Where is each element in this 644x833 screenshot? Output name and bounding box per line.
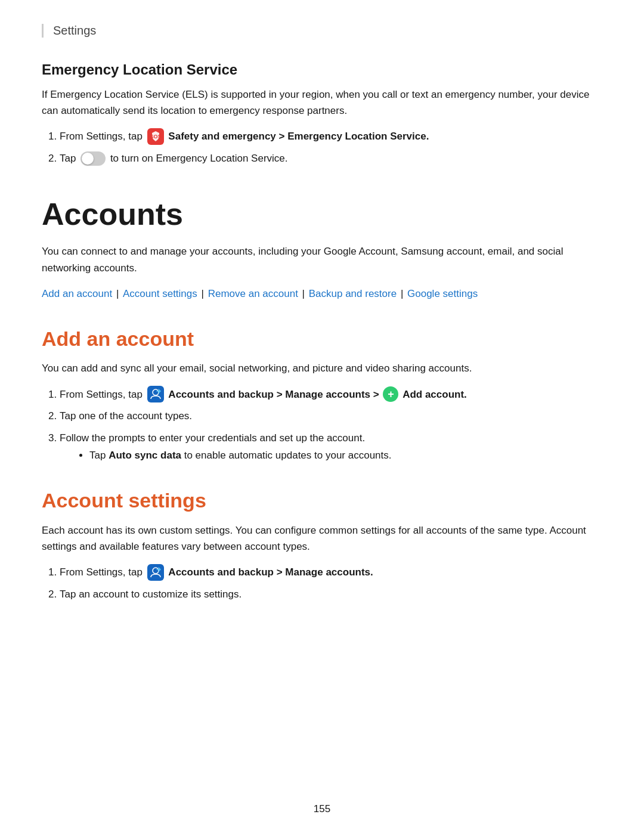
nav-link-google-settings[interactable]: Google settings — [407, 288, 478, 299]
add-account-description: You can add and sync all your email, soc… — [42, 360, 602, 376]
emergency-steps-list: From Settings, tap SOS Safety and emerge… — [60, 128, 602, 168]
page-header: Settings — [42, 24, 602, 38]
nav-link-add-account[interactable]: Add an account — [42, 288, 112, 299]
add-account-title: Add an account — [42, 327, 602, 351]
accounts-main-section: Accounts You can connect to and manage y… — [42, 197, 602, 302]
page-container: Settings Emergency Location Service If E… — [0, 0, 644, 833]
account-settings-title: Account settings — [42, 488, 602, 513]
add-account-section: Add an account You can add and sync all … — [42, 327, 602, 465]
add-account-subbullets: Tap Auto sync data to enable automatic u… — [89, 447, 602, 465]
add-account-step-1: From Settings, tap Accounts and backup >… — [60, 386, 602, 404]
svg-rect-2 — [147, 386, 164, 402]
subbullet1-bold: Auto sync data — [109, 450, 181, 461]
emergency-section: Emergency Location Service If Emergency … — [42, 61, 602, 168]
account-settings-step1-bold: Accounts and backup > Manage accounts. — [168, 566, 373, 578]
nav-sep-2: | — [199, 288, 207, 299]
nav-sep-1: | — [113, 288, 122, 299]
page-header-title: Settings — [53, 24, 96, 37]
safety-icon: SOS — [147, 128, 164, 145]
subbullet1-after: to enable automatic updates to your acco… — [181, 450, 392, 461]
add-account-steps-list: From Settings, tap Accounts and backup >… — [60, 386, 602, 465]
emergency-section-title: Emergency Location Service — [42, 61, 602, 78]
account-settings-step-2: Tap an account to customize its settings… — [60, 586, 602, 603]
add-account-step-3: Follow the prompts to enter your credent… — [60, 430, 602, 465]
accounts-title: Accounts — [42, 197, 602, 231]
add-account-step3-text: Follow the prompts to enter your credent… — [60, 432, 365, 444]
add-account-step1-before: From Settings, tap — [60, 389, 145, 400]
nav-link-remove-account[interactable]: Remove an account — [208, 288, 298, 299]
emergency-step2-after: to turn on Emergency Location Service. — [110, 153, 288, 164]
page-footer: 155 — [0, 803, 644, 815]
accounts-backup-icon-1 — [147, 386, 164, 402]
account-settings-step1-before: From Settings, tap — [60, 566, 145, 578]
nav-link-account-settings[interactable]: Account settings — [123, 288, 197, 299]
accounts-backup-icon-2 — [147, 564, 164, 581]
account-settings-steps-list: From Settings, tap Accounts and backup >… — [60, 564, 602, 603]
subbullet1-before: Tap — [89, 450, 109, 461]
accounts-nav-links: Add an account | Account settings | Remo… — [42, 286, 602, 303]
account-settings-description: Each account has its own custom settings… — [42, 522, 602, 555]
add-account-step1-bold: Accounts and backup > Manage accounts > — [168, 389, 382, 400]
add-account-subbullet-1: Tap Auto sync data to enable automatic u… — [89, 447, 602, 465]
add-account-step-2: Tap one of the account types. — [60, 408, 602, 425]
page-number: 155 — [314, 803, 330, 815]
toggle-icon — [80, 151, 106, 166]
emergency-step-2: Tap to turn on Emergency Location Servic… — [60, 150, 602, 168]
svg-rect-4 — [147, 564, 164, 581]
account-settings-step-1: From Settings, tap Accounts and backup >… — [60, 564, 602, 581]
emergency-step1-bold: Safety and emergency > Emergency Locatio… — [168, 131, 429, 142]
account-settings-section: Account settings Each account has its ow… — [42, 488, 602, 603]
svg-text:SOS: SOS — [150, 134, 161, 140]
emergency-description: If Emergency Location Service (ELS) is s… — [42, 86, 602, 119]
nav-sep-3: | — [299, 288, 308, 299]
emergency-step1-before: From Settings, tap — [60, 131, 145, 142]
nav-link-backup[interactable]: Backup and restore — [309, 288, 397, 299]
emergency-step-1: From Settings, tap SOS Safety and emerge… — [60, 128, 602, 145]
add-icon-green: + — [383, 386, 398, 402]
nav-sep-4: | — [398, 288, 406, 299]
accounts-description: You can connect to and manage your accou… — [42, 243, 602, 275]
add-account-step1-bold2: Add account. — [402, 389, 467, 400]
add-account-step2-text: Tap one of the account types. — [60, 410, 192, 422]
emergency-step2-before: Tap — [60, 153, 79, 164]
account-settings-step2-text: Tap an account to customize its settings… — [60, 589, 242, 600]
